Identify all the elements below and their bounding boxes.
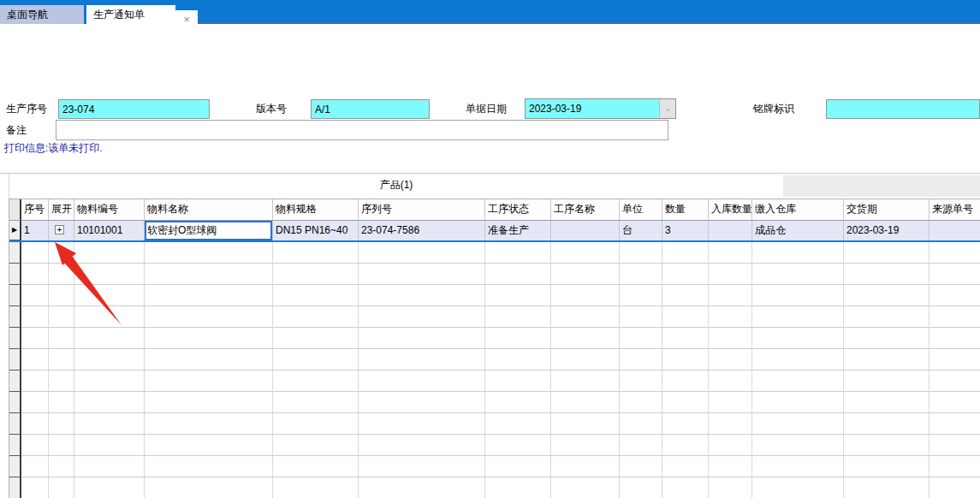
remark-input[interactable]: [56, 120, 668, 140]
row-header-cell[interactable]: [9, 242, 21, 264]
grid-empty-cell: [359, 371, 485, 392]
product-tabstrip-spacer: [783, 175, 980, 197]
grid-empty-cell: [752, 456, 844, 477]
grid-empty-cell: [49, 477, 74, 498]
grid-empty-cell: [273, 264, 359, 285]
grid-empty-cell: [662, 435, 709, 456]
grid-empty-cell: [49, 306, 74, 328]
grid-empty-cell: [359, 264, 485, 285]
grid-cell[interactable]: 台: [620, 221, 662, 240]
grid-empty-cell: [21, 264, 49, 285]
production-notice-window: 桌面导航 生产通知单 × 生产序号 版本号 单据日期 铭牌标识 备注 2023-…: [0, 0, 980, 498]
grid-empty-cell: [551, 242, 620, 264]
grid-empty-cell: [620, 392, 662, 413]
grid-empty-cell: [359, 306, 485, 328]
grid-empty-cell: [551, 306, 620, 328]
grid-cell[interactable]: DN15 PN16~40: [273, 221, 359, 240]
grid-corner-cell[interactable]: [9, 199, 21, 221]
grid-empty-cell: [844, 413, 930, 435]
column-header-12[interactable]: 缴入仓库: [752, 199, 844, 221]
grid-empty-cell: [709, 392, 752, 413]
row-header-cell[interactable]: [9, 456, 21, 477]
grid-cell[interactable]: 3: [662, 221, 709, 240]
grid-empty-cell: [752, 371, 844, 392]
grid-empty-cell: [74, 285, 145, 306]
grid-empty-cell: [930, 349, 980, 371]
column-header-3[interactable]: 物料编号: [74, 199, 145, 221]
column-header-4[interactable]: 物料名称: [145, 199, 273, 221]
grid-empty-cell: [74, 349, 145, 371]
grid-empty-cell: [485, 456, 551, 477]
grid-cell[interactable]: 成品仓: [752, 221, 844, 240]
grid-cell-focused[interactable]: 软密封O型球阀: [145, 221, 273, 240]
grid-cell[interactable]: 1: [21, 221, 49, 240]
grid-empty-cell: [74, 306, 145, 328]
column-header-13[interactable]: 交货期: [844, 199, 930, 221]
row-header-cell[interactable]: [9, 264, 21, 285]
grid-empty-cell: [485, 349, 551, 371]
nameplate-input[interactable]: [826, 99, 980, 119]
column-header-8[interactable]: 工序名称: [551, 199, 620, 221]
row-header-cell[interactable]: [9, 371, 21, 392]
column-header-2[interactable]: 展开: [49, 199, 74, 221]
grid-empty-cell: [930, 456, 980, 477]
grid-empty-cell: [359, 349, 485, 371]
grid-empty-cell: [620, 477, 662, 498]
row-header-cell[interactable]: [9, 392, 21, 413]
column-header-5[interactable]: 物料规格: [273, 199, 359, 221]
column-header-10[interactable]: 数量: [662, 199, 709, 221]
tab-production-notice[interactable]: 生产通知单 ×: [86, 5, 175, 26]
grid-empty-cell: [662, 242, 709, 264]
expand-icon[interactable]: +: [55, 225, 64, 234]
grid-cell[interactable]: [930, 221, 980, 240]
column-header-1[interactable]: 序号: [21, 199, 49, 221]
grid-empty-cell: [752, 328, 844, 349]
grid-empty-cell: [844, 392, 930, 413]
tab-product[interactable]: 产品(1): [9, 174, 783, 199]
grid-empty-cell: [930, 306, 980, 328]
version-input[interactable]: [311, 99, 430, 119]
row-header-cell[interactable]: [9, 285, 21, 306]
remark-label: 备注: [6, 121, 27, 139]
grid-cell[interactable]: [709, 221, 752, 240]
row-header-cell[interactable]: [9, 328, 21, 349]
grid-empty-cell: [551, 371, 620, 392]
row-header-cell[interactable]: [9, 435, 21, 456]
doc-date-combobox[interactable]: 2023-03-19 ⌄: [525, 98, 676, 119]
grid-empty-cell: [21, 456, 49, 477]
grid-empty-cell: [930, 477, 980, 498]
row-header-cell[interactable]: [9, 477, 21, 498]
grid-empty-cell: [620, 285, 662, 306]
top-tab-bar: 桌面导航 生产通知单 ×: [0, 0, 980, 24]
row-header-cell[interactable]: [9, 349, 21, 371]
column-header-11[interactable]: 入库数量: [709, 199, 752, 221]
tab-desktop-nav[interactable]: 桌面导航: [0, 5, 84, 24]
prod-no-input[interactable]: [58, 99, 210, 119]
column-header-7[interactable]: 工序状态: [485, 199, 551, 221]
grid-empty-cell: [709, 435, 752, 456]
grid-empty-cell: [551, 328, 620, 349]
grid-empty-cell: [273, 435, 359, 456]
grid-cell[interactable]: [551, 221, 620, 240]
row-header-cell[interactable]: [9, 306, 21, 328]
column-header-9[interactable]: 单位: [620, 199, 662, 221]
close-icon[interactable]: ×: [175, 10, 198, 31]
grid-empty-cell: [844, 349, 930, 371]
column-header-6[interactable]: 序列号: [359, 199, 485, 221]
grid-cell[interactable]: 10101001: [74, 221, 145, 240]
grid-cell[interactable]: +: [49, 221, 74, 240]
row-selector-cell[interactable]: ▶: [9, 221, 21, 240]
grid-empty-cell: [359, 242, 485, 264]
grid-cell[interactable]: 2023-03-19: [844, 221, 930, 240]
column-header-14[interactable]: 来源单号: [930, 199, 980, 221]
grid-cell[interactable]: 23-074-7586: [359, 221, 485, 240]
row-header-cell[interactable]: [9, 413, 21, 435]
grid-empty-cell: [844, 328, 930, 349]
version-label: 版本号: [256, 99, 287, 118]
grid-empty-cell: [709, 371, 752, 392]
grid-empty-cell: [485, 328, 551, 349]
grid-empty-cell: [359, 413, 485, 435]
chevron-down-icon[interactable]: ⌄: [659, 99, 675, 118]
grid-empty-cell: [844, 477, 930, 498]
grid-cell[interactable]: 准备生产: [485, 221, 551, 240]
